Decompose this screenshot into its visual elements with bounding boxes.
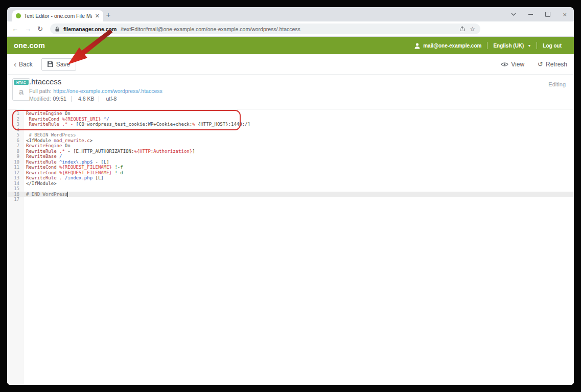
editing-status: Editing	[548, 81, 566, 87]
line-number: 6	[7, 138, 19, 144]
caret-down-icon: ▼	[527, 44, 531, 48]
code-text: RewriteEngine On	[19, 111, 71, 117]
file-meta: .htaccess Full path: https://one-example…	[29, 77, 162, 102]
tab-title: Text Editor - one.com File Manag	[24, 13, 92, 19]
browser-tab[interactable]: Text Editor - one.com File Manag ✕	[12, 10, 103, 21]
logout-label: Log out	[543, 43, 562, 49]
file-letter: a	[13, 86, 30, 100]
line-number: 7	[7, 143, 19, 149]
bookmark-star-icon[interactable]: ☆	[470, 26, 475, 33]
site-header: one.com mail@one-example.com English (UK…	[7, 37, 574, 54]
tab-favicon-icon	[16, 13, 21, 18]
browser-window: Text Editor - one.com File Manag ✕ + × ←…	[7, 7, 574, 385]
line-number: 2	[7, 117, 19, 122]
code-line: 16# END WordPress	[7, 192, 574, 197]
account-email: mail@one-example.com	[423, 43, 481, 49]
modified-time: 09:51	[53, 96, 66, 102]
save-button[interactable]: Save	[41, 58, 76, 71]
code-line: 11RewriteCond %{REQUEST_FILENAME} !-f	[7, 165, 574, 170]
code-text	[19, 127, 26, 133]
code-text: </IfModule>	[19, 181, 57, 187]
new-tab-button[interactable]: +	[103, 10, 113, 19]
code-text: <IfModule mod_rewrite.c>	[19, 138, 92, 144]
code-line: 15	[7, 186, 574, 192]
code-line: 12RewriteCond %{REQUEST_FILENAME} !-d	[7, 170, 574, 176]
code-line: 5 # BEGIN WordPress	[7, 132, 574, 138]
modified-label: Modified:	[29, 96, 51, 102]
code-text: RewriteCond %{REQUEST_URI} ^/	[19, 117, 109, 122]
language-selector[interactable]: English (UK) ▼	[487, 43, 537, 49]
reload-icon[interactable]: ↻	[37, 26, 43, 32]
file-full-path-row: Full path: https://one-example.com/wordp…	[29, 88, 162, 94]
code-area[interactable]: 1RewriteEngine On2 RewriteCond %{REQUEST…	[7, 109, 574, 202]
logout-button[interactable]: Log out	[537, 43, 567, 49]
code-text: RewriteRule .* - [E=HTTP_AUTHORIZATION:%…	[19, 149, 195, 154]
forward-nav-icon[interactable]: →	[25, 26, 31, 32]
code-text: RewriteEngine On	[19, 143, 71, 149]
file-modified-row: Modified: 09:51 4.6 KB utf-8	[29, 96, 162, 102]
code-editor[interactable]: 1RewriteEngine On2 RewriteCond %{REQUEST…	[7, 109, 574, 385]
refresh-icon: ↺	[538, 61, 543, 67]
back-label: Back	[19, 61, 33, 68]
lock-icon[interactable]	[55, 27, 59, 32]
close-window-button[interactable]: ×	[563, 11, 567, 18]
account-menu[interactable]: mail@one-example.com	[408, 42, 487, 49]
code-line: 7RewriteEngine On	[7, 143, 574, 149]
code-text: # BEGIN WordPress	[19, 132, 76, 138]
line-number: 16	[7, 192, 19, 197]
back-button[interactable]: ‹ Back	[14, 61, 33, 68]
meta-divider	[99, 96, 99, 102]
code-line: 2 RewriteCond %{REQUEST_URI} ^/	[7, 117, 574, 122]
maximize-button[interactable]	[545, 12, 550, 17]
file-name: .htaccess	[29, 77, 162, 86]
code-text: RewriteBase /	[19, 154, 62, 159]
share-icon[interactable]	[459, 26, 466, 32]
view-label: View	[511, 61, 524, 68]
line-number: 1	[7, 111, 19, 117]
code-line: 3 RewriteRule .* - [CO=wordpress_test_co…	[7, 122, 574, 127]
full-path-label: Full path:	[29, 88, 51, 94]
full-path-link[interactable]: https://one-example.com/wordpress/.htacc…	[53, 88, 162, 94]
minimize-button[interactable]	[528, 14, 533, 15]
code-text: # END WordPress	[19, 192, 68, 197]
line-number: 3	[7, 122, 19, 127]
line-number: 17	[7, 197, 19, 202]
line-number: 9	[7, 154, 19, 159]
refresh-button[interactable]: ↺ Refresh	[538, 61, 567, 68]
back-nav-icon[interactable]: ←	[12, 26, 18, 32]
code-text: RewriteRule . /index.php [L]	[19, 175, 104, 181]
code-line: 10RewriteRule ^index\.php$ - [L]	[7, 159, 574, 165]
eye-icon	[501, 62, 508, 67]
url-path: /textEditor#mail@one-example.com/one-exa…	[121, 26, 455, 32]
line-number: 12	[7, 170, 19, 176]
code-text: RewriteCond %{REQUEST_FILENAME} !-f	[19, 165, 123, 170]
view-button[interactable]: View	[501, 61, 524, 68]
code-line: 14</IfModule>	[7, 181, 574, 187]
file-type-icon: HTAC a	[12, 78, 30, 101]
code-line: 8RewriteRule .* - [E=HTTP_AUTHORIZATION:…	[7, 149, 574, 154]
tab-strip: Text Editor - one.com File Manag ✕ + ×	[7, 7, 574, 21]
code-text	[19, 186, 26, 192]
code-line: 13RewriteRule . /index.php [L]	[7, 175, 574, 181]
file-badge: HTAC	[14, 80, 29, 85]
line-number: 10	[7, 159, 19, 165]
code-line: 17	[7, 197, 574, 202]
line-number: 11	[7, 165, 19, 170]
text-cursor	[67, 192, 68, 197]
floppy-disk-icon	[48, 61, 53, 67]
code-text: RewriteRule ^index\.php$ - [L]	[19, 159, 109, 165]
file-encoding: utf-8	[106, 96, 117, 102]
code-line: 6<IfModule mod_rewrite.c>	[7, 138, 574, 144]
editor-action-bar: ‹ Back Save View ↺ Refresh	[7, 54, 574, 75]
url-bar[interactable]: filemanager.one.com /textEditor#mail@one…	[50, 24, 480, 34]
tab-search-chevron-icon[interactable]	[511, 13, 516, 16]
save-label: Save	[56, 61, 70, 68]
user-icon	[414, 42, 421, 49]
code-text: RewriteCond %{REQUEST_FILENAME} !-d	[19, 170, 123, 176]
code-line: 9RewriteBase /	[7, 154, 574, 159]
tab-close-icon[interactable]: ✕	[95, 13, 100, 19]
browser-toolbar: ← → ↻ filemanager.one.com /textEditor#ma…	[7, 21, 574, 37]
line-number: 13	[7, 175, 19, 181]
file-header: HTAC a .htaccess Full path: https://one-…	[7, 75, 574, 109]
header-account-area: mail@one-example.com English (UK) ▼ Log …	[408, 42, 567, 49]
